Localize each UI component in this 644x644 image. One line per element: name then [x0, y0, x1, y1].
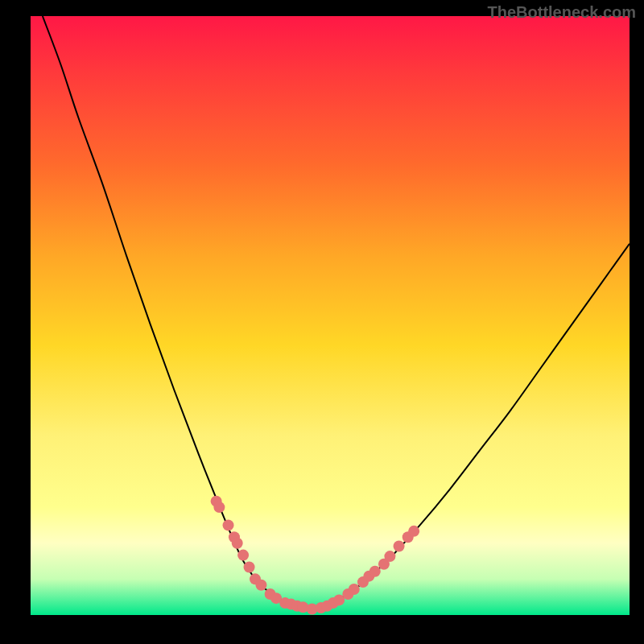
- data-marker: [384, 551, 395, 562]
- left-curve: [43, 16, 309, 609]
- data-marker: [349, 584, 360, 595]
- data-marker: [369, 566, 381, 577]
- data-marker: [213, 502, 225, 513]
- data-marker: [408, 526, 419, 537]
- marker-group: [211, 496, 420, 615]
- right-curve: [309, 244, 630, 609]
- chart-container: TheBottleneck.com: [0, 0, 644, 644]
- plot-area: [31, 16, 630, 615]
- watermark-text: TheBottleneck.com: [488, 3, 636, 22]
- data-marker: [232, 538, 243, 549]
- data-marker: [223, 519, 234, 530]
- data-marker: [394, 540, 405, 551]
- data-marker: [255, 580, 266, 591]
- data-marker: [237, 550, 249, 561]
- data-marker: [244, 561, 255, 572]
- chart-svg: [31, 16, 630, 615]
